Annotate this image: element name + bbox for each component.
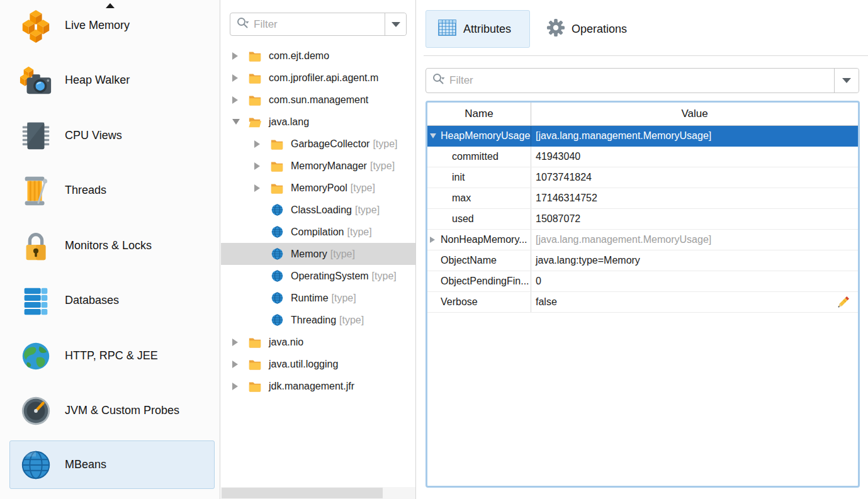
sidebar-item-cpu-views[interactable]: CPU Views — [0, 108, 220, 163]
mbean-globe-icon — [270, 291, 284, 305]
sidebar-scroll-up[interactable] — [0, 1, 220, 10]
expand-arrow-icon[interactable] — [254, 140, 260, 148]
table-row-objectname[interactable]: ObjectName java.lang:type=Memory — [427, 250, 858, 271]
thread-spool-icon — [18, 172, 54, 208]
scroll-up-icon — [106, 3, 115, 8]
table-row-used[interactable]: used 15087072 — [427, 209, 858, 230]
expand-arrow-icon[interactable] — [430, 237, 435, 243]
folder-icon — [248, 49, 262, 63]
tree-node[interactable]: com.jprofiler.api.agent.m — [221, 67, 415, 89]
tree-node[interactable]: java.lang — [221, 111, 415, 133]
collapse-arrow-icon[interactable] — [232, 119, 240, 125]
tree-node[interactable]: MemoryPool[type] — [221, 177, 415, 199]
mbean-globe-icon — [270, 203, 284, 217]
tab-label: Attributes — [463, 23, 511, 36]
tab-operations[interactable]: Operations — [540, 10, 633, 48]
sidebar-item-threads[interactable]: Threads — [0, 163, 220, 218]
expand-arrow-icon[interactable] — [232, 339, 238, 346]
edit-pencil-icon[interactable] — [837, 294, 850, 310]
column-header-name[interactable]: Name — [427, 103, 531, 125]
folder-icon — [248, 357, 262, 371]
tree-node[interactable]: OperatingSystem[type] — [221, 265, 415, 287]
table-header: Name Value — [427, 103, 858, 126]
padlock-icon — [18, 228, 54, 264]
collapse-arrow-icon[interactable] — [430, 133, 436, 138]
attributes-filter — [426, 68, 859, 93]
table-row-init[interactable]: init 1073741824 — [427, 167, 858, 188]
sidebar-item-label: Heap Walker — [65, 74, 130, 87]
tree-horizontal-scrollbar[interactable] — [221, 487, 415, 499]
expand-arrow-icon[interactable] — [232, 383, 238, 390]
tree-node[interactable]: java.util.logging — [221, 353, 415, 375]
tree-filter-input[interactable] — [250, 18, 385, 31]
gauge-icon — [18, 393, 54, 429]
table-row-heapmemoryusage[interactable]: HeapMemoryUsage [java.lang.management.Me… — [427, 126, 858, 147]
tree-node[interactable]: java.nio — [221, 331, 415, 353]
scrollbar-thumb[interactable] — [222, 488, 383, 498]
folder-icon — [270, 137, 284, 151]
sidebar-item-label: JVM & Custom Probes — [65, 404, 179, 417]
sidebar-item-databases[interactable]: Databases — [0, 273, 220, 328]
tree-filter-options-button[interactable] — [385, 13, 406, 35]
expand-arrow-icon[interactable] — [254, 184, 260, 192]
attributes-filter-options-button[interactable] — [834, 69, 859, 93]
mbean-detail-panel: Attributes Operations — [417, 0, 868, 499]
tab-attributes[interactable]: Attributes — [426, 10, 530, 48]
sidebar-item-monitors-locks[interactable]: Monitors & Locks — [0, 218, 220, 273]
chevron-down-icon — [392, 22, 400, 27]
gear-icon — [546, 18, 565, 40]
column-header-value[interactable]: Value — [531, 103, 858, 125]
expand-arrow-icon[interactable] — [232, 52, 238, 60]
tree-node[interactable]: jdk.management.jfr — [221, 375, 415, 397]
tree-node[interactable]: GarbageCollector[type] — [221, 133, 415, 155]
sidebar-item-heap-walker[interactable]: Heap Walker — [0, 53, 220, 108]
attributes-table: Name Value HeapMemoryUsage [java.lang.ma… — [426, 101, 860, 488]
sidebar-item-mbeans[interactable]: MBeans — [9, 440, 215, 489]
sidebar-item-http-rpc-jee[interactable]: HTTP, RPC & JEE — [0, 328, 220, 383]
expand-arrow-icon[interactable] — [232, 96, 238, 104]
tree-node[interactable]: com.ejt.demo — [221, 45, 415, 67]
mbean-globe-icon — [270, 313, 284, 327]
sidebar-item-label: Monitors & Locks — [65, 239, 152, 252]
cpu-chip-icon — [18, 118, 54, 154]
folder-icon — [248, 71, 262, 85]
wireframe-globe-icon — [18, 447, 54, 483]
tree-node[interactable]: Runtime[type] — [221, 287, 415, 309]
search-icon — [236, 16, 250, 33]
sidebar-item-label: Databases — [65, 294, 119, 307]
tree-node[interactable]: Threading[type] — [221, 309, 415, 331]
folder-icon — [270, 159, 284, 173]
tree-node[interactable]: MemoryManager[type] — [221, 155, 415, 177]
tree-filter — [230, 13, 407, 36]
tabs-divider — [424, 55, 868, 56]
expand-arrow-icon[interactable] — [232, 74, 238, 82]
expand-arrow-icon[interactable] — [254, 162, 260, 170]
tree-node[interactable]: ClassLoading[type] — [221, 199, 415, 221]
camera-cubes-icon — [18, 62, 54, 98]
folder-icon — [248, 379, 262, 393]
folder-open-icon — [248, 115, 262, 129]
memory-cubes-icon — [18, 8, 54, 43]
sidebar-item-label: HTTP, RPC & JEE — [65, 349, 158, 362]
expand-arrow-icon[interactable] — [232, 361, 238, 368]
folder-icon — [248, 335, 262, 349]
tree-node-selected[interactable]: Memory[type] — [221, 243, 415, 265]
table-row-max[interactable]: max 17146314752 — [427, 188, 858, 209]
chevron-down-icon — [842, 78, 851, 83]
view-sidebar: Live Memory Heap Walker — [0, 0, 220, 499]
sidebar-item-jvm-custom-probes[interactable]: JVM & Custom Probes — [0, 383, 220, 438]
tab-label: Operations — [572, 23, 627, 36]
table-row-objectpendingfinalizationcount[interactable]: ObjectPendingFin... 0 — [427, 271, 858, 292]
table-row-nonheapmemoryusage[interactable]: NonHeapMemory... [java.lang.management.M… — [427, 230, 858, 250]
grid-table-icon — [438, 19, 457, 39]
sidebar-item-label: Threads — [65, 184, 106, 197]
mbean-globe-icon — [270, 269, 284, 283]
attributes-filter-input[interactable] — [446, 74, 834, 87]
table-row-verbose[interactable]: Verbose false — [427, 292, 858, 313]
table-row-committed[interactable]: committed 41943040 — [427, 147, 858, 167]
mbean-tree: com.ejt.demo com.jprofiler.api.agent.m c… — [221, 45, 415, 397]
database-stack-icon — [18, 283, 54, 318]
tree-node[interactable]: com.sun.management — [221, 89, 415, 111]
tree-node[interactable]: Compilation[type] — [221, 221, 415, 243]
jprofiler-mbeans-view: Live Memory Heap Walker — [0, 0, 868, 499]
